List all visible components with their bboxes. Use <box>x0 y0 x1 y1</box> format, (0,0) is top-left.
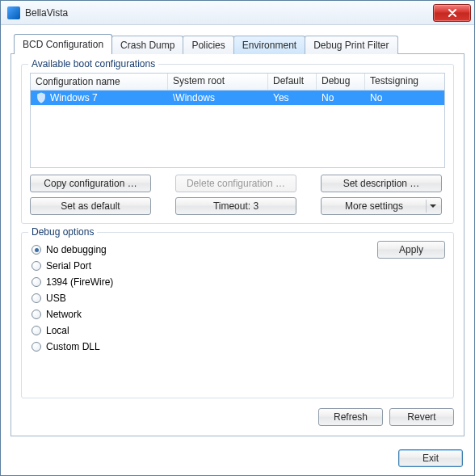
radio-icon <box>32 342 41 352</box>
radio-icon <box>32 245 41 255</box>
radio-icon <box>32 293 41 303</box>
radio-label: Network <box>46 309 82 320</box>
close-button[interactable] <box>433 4 471 22</box>
cell-root: \Windows <box>168 91 268 105</box>
tabstrip: BCD Configuration Crash Dump Policies En… <box>14 33 464 53</box>
table-row[interactable]: Windows 7 \Windows Yes No No <box>31 91 444 105</box>
radio-icon <box>32 310 41 319</box>
boot-config-list[interactable]: Configuration name System root Default D… <box>30 73 445 168</box>
col-header-testsigning[interactable]: Testsigning <box>365 74 444 90</box>
col-header-debug[interactable]: Debug <box>317 74 365 90</box>
radio-label: No debugging <box>46 244 107 255</box>
timeout-button[interactable]: Timeout: 3 <box>175 197 296 215</box>
cell-testsigning: No <box>365 91 444 105</box>
boot-config-group: Available boot configurations Configurat… <box>21 64 454 224</box>
cell-default: Yes <box>268 91 317 105</box>
tab-policies[interactable]: Policies <box>183 36 233 54</box>
more-settings-button[interactable]: More settings <box>321 197 442 215</box>
set-as-default-button[interactable]: Set as default <box>30 197 151 215</box>
exit-button[interactable]: Exit <box>398 449 463 467</box>
titlebar[interactable]: BellaVista <box>1 1 474 25</box>
col-header-default[interactable]: Default <box>268 74 317 90</box>
radio-custom-dll[interactable]: Custom DLL <box>32 341 376 352</box>
app-window: BellaVista BCD Configuration Crash Dump … <box>0 0 475 476</box>
cell-name: Windows 7 <box>50 92 98 103</box>
radio-1394[interactable]: 1394 (FireWire) <box>32 276 376 288</box>
refresh-button[interactable]: Refresh <box>318 408 383 426</box>
tab-debug-print-filter[interactable]: Debug Print Filter <box>305 36 397 54</box>
set-description-button[interactable]: Set description … <box>321 175 442 192</box>
radio-label: 1394 (FireWire) <box>46 276 113 288</box>
radio-usb[interactable]: USB <box>32 293 376 304</box>
tab-crash-dump[interactable]: Crash Dump <box>111 36 183 54</box>
debug-options-legend: Debug options <box>28 226 97 238</box>
radio-label: Custom DLL <box>46 341 100 352</box>
copy-configuration-button[interactable]: Copy configuration … <box>30 175 151 192</box>
radio-label: Local <box>46 325 69 336</box>
delete-configuration-button: Delete configuration … <box>175 175 296 192</box>
debug-radio-list: No debugging Serial Port 1394 (FireWire) <box>30 241 377 356</box>
radio-no-debugging[interactable]: No debugging <box>32 244 376 255</box>
list-header: Configuration name System root Default D… <box>31 74 444 91</box>
tab-page-bcd: Available boot configurations Configurat… <box>11 53 464 436</box>
cell-debug: No <box>317 91 365 105</box>
dialog-footer: Exit <box>1 444 474 475</box>
revert-button[interactable]: Revert <box>389 408 454 426</box>
radio-icon <box>32 277 41 287</box>
radio-network[interactable]: Network <box>32 309 376 320</box>
client-area: BCD Configuration Crash Dump Policies En… <box>1 25 474 444</box>
debug-options-group: Debug options No debugging Serial Port <box>21 232 454 398</box>
radio-label: Serial Port <box>46 260 91 272</box>
boot-config-legend: Available boot configurations <box>28 58 158 70</box>
apply-button[interactable]: Apply <box>377 241 445 259</box>
app-icon <box>7 6 20 19</box>
tab-environment[interactable]: Environment <box>233 36 305 54</box>
col-header-name[interactable]: Configuration name <box>31 74 168 90</box>
col-header-root[interactable]: System root <box>168 74 268 90</box>
radio-icon <box>32 326 41 335</box>
radio-icon <box>32 261 41 271</box>
shield-icon <box>36 92 47 103</box>
tab-bcd-configuration[interactable]: BCD Configuration <box>14 34 112 54</box>
radio-serial-port[interactable]: Serial Port <box>32 260 376 272</box>
radio-label: USB <box>46 293 66 304</box>
close-icon <box>448 9 456 17</box>
window-title: BellaVista <box>25 7 433 19</box>
radio-local[interactable]: Local <box>32 325 376 336</box>
tab-footer: Refresh Revert <box>21 408 454 426</box>
